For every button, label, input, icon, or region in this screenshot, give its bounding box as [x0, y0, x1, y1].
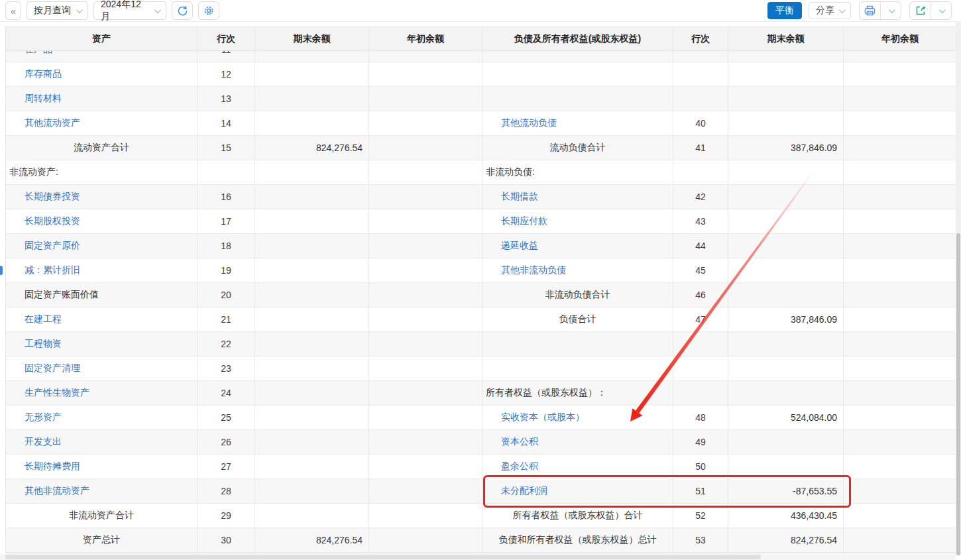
balance-button[interactable]: 平衡 — [767, 2, 802, 19]
query-mode-select[interactable]: 按月查询 — [27, 1, 88, 20]
ending-balance-value — [255, 258, 369, 282]
table-row: 工程物资22 — [6, 332, 956, 357]
chevron-down-icon — [888, 7, 895, 13]
header-ending-balance: 期末余额 — [728, 27, 844, 50]
account-link[interactable]: 长期股权投资 — [6, 209, 198, 233]
period-value: 2024年12月 — [101, 0, 149, 23]
account-link[interactable]: 其他流动负债 — [482, 111, 673, 135]
account-link[interactable]: 开发支出 — [6, 430, 198, 454]
account-link[interactable]: 无形资产 — [6, 406, 198, 429]
account-link[interactable]: 递延收益 — [482, 234, 673, 258]
side-panel-handle[interactable] — [0, 266, 3, 275]
ending-balance-value — [728, 357, 844, 380]
line-number: 19 — [198, 258, 255, 282]
account-link[interactable]: 库存商品 — [6, 62, 198, 86]
beginning-balance-value — [844, 62, 956, 86]
line-number: 18 — [198, 234, 255, 258]
beginning-balance-value — [844, 234, 956, 258]
ending-balance-value — [255, 62, 369, 86]
table-row: 开发支出26资本公积49 — [6, 430, 956, 455]
beginning-balance-value — [844, 430, 956, 454]
print-options-button[interactable] — [880, 2, 901, 19]
chevron-down-icon — [839, 7, 846, 13]
period-select[interactable]: 2024年12月 — [93, 1, 166, 20]
account-link[interactable]: 减：累计折旧 — [6, 258, 198, 282]
section-label: 所有者权益（或股东权益）： — [482, 381, 673, 405]
ending-balance-value — [255, 209, 369, 233]
beginning-balance-value — [844, 258, 956, 282]
account-link[interactable]: 长期借款 — [482, 185, 673, 209]
account-link[interactable]: 其他非流动资产 — [6, 479, 198, 503]
line-number — [673, 51, 728, 62]
account-link[interactable]: 在产品 — [6, 51, 198, 62]
account-link[interactable]: 固定资产原价 — [6, 234, 198, 258]
settings-button[interactable] — [198, 1, 219, 20]
ending-balance-value: 524,084.00 — [728, 406, 844, 429]
account-link[interactable]: 在建工程 — [6, 308, 198, 331]
account-link[interactable]: 未分配利润 — [482, 479, 673, 503]
account-link[interactable]: 盈余公积 — [482, 455, 673, 478]
chevron-down-icon — [154, 7, 161, 13]
table-body-viewport: 在产品11库存商品12周转材料13其他流动资产14其他流动负债40流动资产合计1… — [6, 51, 956, 553]
ending-balance-value — [728, 455, 844, 478]
ending-balance-value — [728, 111, 844, 135]
horizontal-scrollbar-thumb[interactable] — [5, 555, 761, 559]
header-line-no: 行次 — [198, 27, 255, 50]
line-number: 23 — [198, 357, 255, 380]
account-link[interactable]: 固定资产清理 — [6, 357, 198, 380]
line-number — [673, 87, 728, 111]
account-link[interactable]: 长期待摊费用 — [6, 455, 198, 478]
beginning-balance-value — [369, 332, 482, 356]
account-label: 固定资产账面价值 — [6, 283, 198, 307]
ending-balance-value — [728, 185, 844, 209]
share-button[interactable]: 分享 — [809, 2, 851, 19]
line-number: 26 — [198, 430, 255, 454]
beginning-balance-value — [369, 258, 482, 282]
collapse-sidebar-button[interactable]: « — [5, 1, 21, 20]
ending-balance-value: 387,846.09 — [728, 136, 844, 160]
line-number: 30 — [198, 528, 255, 552]
account-link[interactable]: 资本公积 — [482, 430, 673, 454]
beginning-balance-value — [844, 332, 956, 356]
beginning-balance-value — [369, 479, 482, 503]
line-number: 44 — [673, 234, 728, 258]
ending-balance-value — [255, 111, 369, 135]
export-options-button[interactable] — [931, 2, 951, 19]
table-row: 生产性生物资产24所有者权益（或股东权益）： — [6, 381, 956, 406]
line-number: 25 — [198, 406, 255, 429]
account-link[interactable]: 其他非流动负债 — [482, 258, 673, 282]
refresh-icon — [177, 5, 188, 17]
beginning-balance-value — [844, 357, 956, 380]
ending-balance-value — [255, 283, 369, 307]
beginning-balance-value — [369, 111, 482, 135]
balance-sheet-table: 资产 行次 期末余额 年初余额 负债及所有者权益(或股东权益) 行次 期末余额 … — [5, 27, 957, 553]
table-row: 其他非流动资产28未分配利润51-87,653.55 — [6, 479, 956, 504]
ending-balance-value — [728, 283, 844, 307]
print-button[interactable] — [860, 2, 880, 19]
table-header-row: 资产 行次 期末余额 年初余额 负债及所有者权益(或股东权益) 行次 期末余额 … — [6, 27, 956, 51]
line-number: 27 — [198, 455, 255, 478]
account-link[interactable]: 工程物资 — [6, 332, 198, 356]
export-button[interactable] — [910, 2, 931, 19]
line-number: 50 — [673, 455, 728, 478]
account-link[interactable]: 生产性生物资产 — [6, 381, 198, 405]
account-link[interactable]: 实收资本（或股本） — [482, 406, 673, 429]
ending-balance-value — [255, 308, 369, 331]
account-link[interactable]: 长期应付款 — [482, 209, 673, 233]
beginning-balance-value — [844, 381, 956, 405]
account-link[interactable]: 长期债券投资 — [6, 185, 198, 209]
refresh-button[interactable] — [172, 1, 193, 20]
line-number: 51 — [673, 479, 728, 503]
line-number: 43 — [673, 209, 728, 233]
vertical-scrollbar-thumb[interactable] — [956, 233, 960, 555]
table-row: 资产总计30824,276.54负债和所有者权益（或股东权益）总计53824,2… — [6, 528, 956, 553]
account-link[interactable]: 其他流动资产 — [6, 111, 198, 135]
line-number: 24 — [198, 381, 255, 405]
beginning-balance-value — [844, 111, 956, 135]
vertical-scrollbar — [956, 23, 961, 555]
account-link[interactable]: 周转材料 — [6, 87, 198, 111]
table-row: 周转材料13 — [6, 87, 956, 111]
beginning-balance-value — [844, 209, 956, 233]
beginning-balance-value — [369, 136, 482, 160]
line-number: 41 — [673, 136, 728, 160]
